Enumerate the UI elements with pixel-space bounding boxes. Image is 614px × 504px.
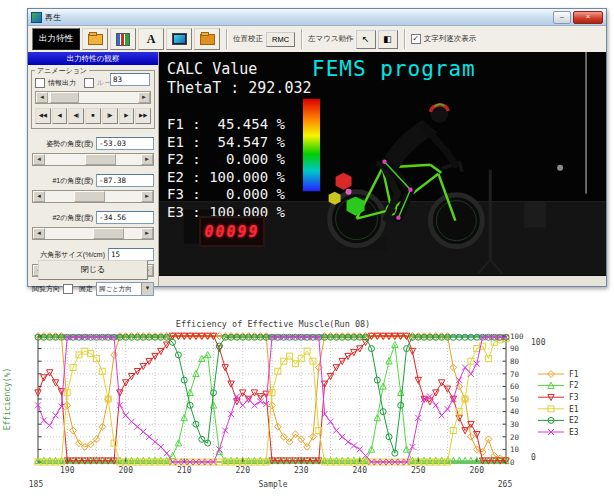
- efficiency-readouts: F1 : 45.454 % E1 : 54.547 % F2 : 0.000 %…: [167, 116, 285, 221]
- rmc-button[interactable]: RMC: [266, 32, 295, 47]
- folder-save-icon: [200, 34, 215, 45]
- scroll-thumb[interactable]: [74, 191, 105, 202]
- folder-save-button[interactable]: [194, 28, 220, 50]
- scroll-right-icon[interactable]: ►: [141, 191, 153, 202]
- program-title: FEMS program: [312, 57, 476, 81]
- info-output-label: 情報出力: [48, 78, 76, 88]
- display-icon: [172, 33, 187, 45]
- svg-text:F2: F2: [569, 381, 579, 390]
- info-output-checkbox[interactable]: [35, 78, 45, 88]
- media-button-1[interactable]: ◀: [52, 108, 68, 124]
- close-panel-button[interactable]: 閉じる: [38, 260, 148, 280]
- svg-text:Sample: Sample: [259, 480, 288, 489]
- scroll-left-icon[interactable]: ◄: [33, 154, 45, 165]
- angle-label-0: 姿勢の角度(度): [32, 139, 96, 149]
- scroll-thumb[interactable]: [85, 154, 116, 165]
- svg-text:265: 265: [498, 480, 513, 489]
- svg-text:F3: F3: [569, 393, 579, 402]
- scroll-left-icon[interactable]: ◄: [33, 228, 45, 239]
- view-fixed-checkbox[interactable]: [63, 284, 73, 294]
- angle-scrollbar-2[interactable]: ◄►: [32, 227, 154, 240]
- animation-group-label: アニメーション: [35, 66, 89, 76]
- scroll-thumb[interactable]: [50, 92, 79, 103]
- display-button[interactable]: [166, 28, 192, 50]
- counter-value: 00099: [204, 223, 259, 241]
- angle-scrollbar-0[interactable]: ◄►: [32, 153, 154, 166]
- scroll-track[interactable]: [45, 228, 141, 239]
- media-button-0[interactable]: ◀◀: [35, 108, 51, 124]
- angle-scrollbar-1[interactable]: ◄►: [32, 190, 154, 203]
- scroll-left-icon[interactable]: ◄: [36, 92, 48, 103]
- view-fixed-label: 固定: [79, 284, 93, 294]
- angle-label-1: #1の角度(度): [32, 176, 96, 186]
- media-button-5[interactable]: ▶: [119, 108, 135, 124]
- svg-text:E3: E3: [569, 428, 579, 437]
- svg-text:190: 190: [60, 466, 75, 475]
- left-mouse-action-label: 左マウス動作: [308, 34, 354, 44]
- angle-field-2[interactable]: -34.56: [96, 211, 154, 224]
- window-title: 再生: [45, 12, 61, 23]
- levels-button[interactable]: [110, 28, 136, 50]
- toolbar: 出力特性 A 位置校正 RMC 左マウス動作 ↖ ◧ ✓ 文字列逐次表示: [28, 26, 606, 53]
- title-bar[interactable]: 再生 – ×: [28, 9, 606, 26]
- animation-scrollbar[interactable]: ◄►: [35, 91, 151, 104]
- svg-text:210: 210: [177, 466, 192, 475]
- svg-text:100: 100: [531, 338, 546, 347]
- svg-text:50: 50: [510, 395, 520, 404]
- hexagon-size-label: 六角形サイズ(%/cm): [32, 250, 108, 260]
- svg-text:100: 100: [510, 332, 524, 341]
- minimize-button[interactable]: –: [553, 11, 571, 24]
- scroll-right-icon[interactable]: ►: [141, 228, 153, 239]
- frame-number-field[interactable]: 83: [110, 73, 150, 86]
- font-button[interactable]: A: [138, 28, 164, 50]
- svg-text:0: 0: [531, 453, 536, 462]
- levels-icon: [116, 33, 130, 46]
- scroll-thumb[interactable]: [93, 228, 124, 239]
- app-window: 再生 – × 出力特性 A 位置校正 RMC 左マウス動作 ↖ ◧ ✓ 文字列逐…: [27, 8, 607, 287]
- svg-text:20: 20: [510, 433, 520, 442]
- angle-field-1[interactable]: -87.38: [96, 174, 154, 187]
- svg-text:40: 40: [510, 407, 520, 416]
- folder-open-button[interactable]: [82, 28, 108, 50]
- view-direction-dropdown[interactable]: 脚ごと方向 ▼: [96, 282, 154, 296]
- svg-text:200: 200: [119, 466, 134, 475]
- output-characteristics-button[interactable]: 出力特性: [32, 28, 80, 50]
- angle-label-2: #2の角度(度): [32, 213, 96, 223]
- scroll-left-icon[interactable]: ◄: [33, 191, 45, 202]
- media-button-4[interactable]: |▶: [102, 108, 118, 124]
- calc-value-display: CALC ValueThetaT : 292.032: [167, 60, 312, 98]
- color-scale-bar: [302, 98, 321, 192]
- svg-text:E1: E1: [569, 405, 579, 414]
- chevron-down-icon[interactable]: ▼: [141, 283, 153, 295]
- close-icon[interactable]: ×: [573, 11, 603, 24]
- svg-text:10: 10: [510, 445, 520, 454]
- media-button-2[interactable]: ◀|: [68, 108, 84, 124]
- control-panel: 出力特性の観察 アニメーション 83 情報出力 ループ ◄► ◀◀◀◀|■|▶▶…: [28, 52, 159, 286]
- svg-text:E2: E2: [569, 416, 579, 425]
- toolbar-separator: [226, 29, 227, 49]
- loop-checkbox[interactable]: [84, 78, 94, 88]
- scroll-track[interactable]: [48, 92, 138, 103]
- svg-text:Efficiency of Effective Muscle: Efficiency of Effective Muscle(Run 08): [176, 319, 370, 329]
- video-area: FEMS program CALC ValueThetaT : 292.032 …: [159, 52, 606, 276]
- svg-text:185: 185: [29, 480, 44, 489]
- panel-header: 出力特性の観察: [28, 52, 158, 65]
- scroll-right-icon[interactable]: ►: [141, 154, 153, 165]
- scroll-track[interactable]: [45, 191, 141, 202]
- view-direction-label: 閲覧方向: [32, 284, 60, 294]
- svg-text:260: 260: [470, 466, 485, 475]
- contrast-tool-button[interactable]: ◧: [378, 30, 398, 49]
- scroll-right-icon[interactable]: ►: [138, 92, 150, 103]
- media-button-6[interactable]: ▶▶: [135, 108, 151, 124]
- media-button-3[interactable]: ■: [85, 108, 101, 124]
- svg-text:0: 0: [510, 458, 515, 467]
- theta-value: ThetaT : 292.032: [167, 79, 312, 97]
- angle-field-0[interactable]: -53.03: [96, 137, 154, 150]
- animation-group: アニメーション 83 情報出力 ループ ◄► ◀◀◀◀|■|▶▶▶▶: [31, 70, 155, 129]
- scroll-track[interactable]: [45, 154, 141, 165]
- svg-text:220: 220: [236, 466, 251, 475]
- svg-text:250: 250: [411, 466, 426, 475]
- svg-text:Efficiency(%): Efficiency(%): [3, 368, 12, 431]
- string-display-checkbox[interactable]: ✓: [411, 34, 421, 44]
- pan-tool-button[interactable]: ↖: [356, 30, 376, 49]
